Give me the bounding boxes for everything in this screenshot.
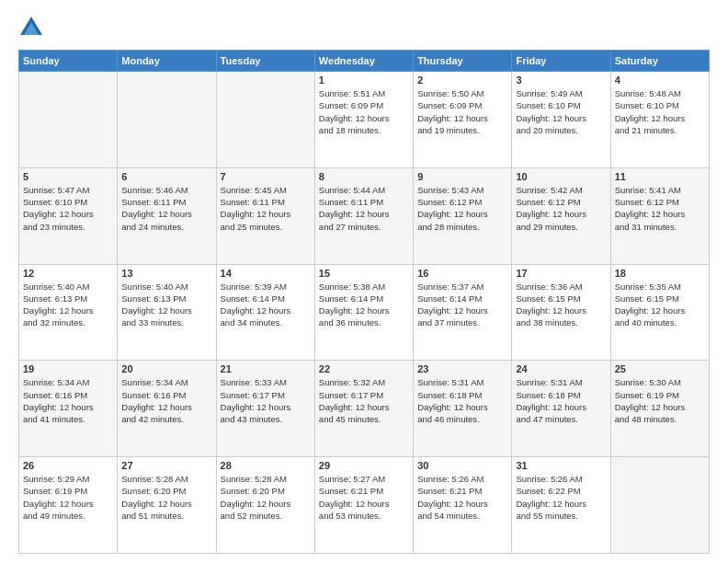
calendar-cell xyxy=(216,72,314,168)
sunset-label: Sunset: 6:10 PM xyxy=(23,197,87,207)
sunset-label: Sunset: 6:15 PM xyxy=(516,293,580,304)
calendar-cell: 24Sunrise: 5:31 AMSunset: 6:18 PMDayligh… xyxy=(512,361,610,457)
day-number: 2 xyxy=(417,75,507,86)
day-info: Sunrise: 5:27 AMSunset: 6:21 PMDaylight:… xyxy=(319,473,409,522)
day-number: 13 xyxy=(121,268,211,279)
sunrise-label: Sunrise: 5:34 AM xyxy=(23,377,89,387)
calendar-cell: 18Sunrise: 5:35 AMSunset: 6:15 PMDayligh… xyxy=(610,264,709,361)
calendar-cell: 7Sunrise: 5:45 AMSunset: 6:11 PMDaylight… xyxy=(216,167,314,264)
day-number: 16 xyxy=(417,268,507,279)
sunset-label: Sunset: 6:10 PM xyxy=(516,100,580,110)
day-number: 29 xyxy=(319,460,409,471)
calendar-week-3: 12Sunrise: 5:40 AMSunset: 6:13 PMDayligh… xyxy=(19,264,710,361)
day-number: 11 xyxy=(615,171,705,182)
daylight-label: Daylight: 12 hoursand 41 minutes. xyxy=(23,402,94,424)
day-number: 9 xyxy=(417,171,507,182)
daylight-label: Daylight: 12 hoursand 55 minutes. xyxy=(516,499,586,521)
calendar-header-friday: Friday xyxy=(512,51,610,72)
sunset-label: Sunset: 6:11 PM xyxy=(319,197,383,207)
sunset-label: Sunset: 6:19 PM xyxy=(23,486,87,496)
sunset-label: Sunset: 6:18 PM xyxy=(417,390,482,400)
calendar-cell: 1Sunrise: 5:51 AMSunset: 6:09 PMDaylight… xyxy=(314,72,413,168)
day-info: Sunrise: 5:36 AMSunset: 6:15 PMDaylight:… xyxy=(516,281,606,329)
daylight-label: Daylight: 12 hoursand 49 minutes. xyxy=(23,499,94,521)
day-info: Sunrise: 5:28 AMSunset: 6:20 PMDaylight:… xyxy=(221,473,311,522)
sunset-label: Sunset: 6:11 PM xyxy=(221,197,285,207)
sunrise-label: Sunrise: 5:40 AM xyxy=(23,282,89,292)
day-number: 25 xyxy=(615,363,705,374)
sunset-label: Sunset: 6:22 PM xyxy=(516,486,580,496)
day-info: Sunrise: 5:40 AMSunset: 6:13 PMDaylight:… xyxy=(23,281,113,329)
calendar-cell: 11Sunrise: 5:41 AMSunset: 6:12 PMDayligh… xyxy=(610,167,709,264)
day-info: Sunrise: 5:35 AMSunset: 6:15 PMDaylight:… xyxy=(615,281,705,329)
sunrise-label: Sunrise: 5:38 AM xyxy=(319,282,385,292)
daylight-label: Daylight: 12 hoursand 48 minutes. xyxy=(615,402,686,424)
calendar-cell xyxy=(118,72,216,168)
daylight-label: Daylight: 12 hoursand 23 minutes. xyxy=(23,209,94,231)
day-info: Sunrise: 5:49 AMSunset: 6:10 PMDaylight:… xyxy=(516,87,606,136)
sunset-label: Sunset: 6:16 PM xyxy=(23,390,87,400)
day-number: 24 xyxy=(516,363,606,374)
calendar-cell: 3Sunrise: 5:49 AMSunset: 6:10 PMDaylight… xyxy=(512,72,610,168)
calendar-cell: 29Sunrise: 5:27 AMSunset: 6:21 PMDayligh… xyxy=(314,457,413,554)
daylight-label: Daylight: 12 hoursand 37 minutes. xyxy=(417,305,488,327)
calendar-cell: 10Sunrise: 5:42 AMSunset: 6:12 PMDayligh… xyxy=(512,167,610,264)
daylight-label: Daylight: 12 hoursand 42 minutes. xyxy=(121,402,192,424)
day-number: 27 xyxy=(121,460,211,471)
calendar-header-monday: Monday xyxy=(118,51,216,72)
daylight-label: Daylight: 12 hoursand 18 minutes. xyxy=(319,113,390,135)
sunset-label: Sunset: 6:12 PM xyxy=(417,197,482,207)
sunrise-label: Sunrise: 5:43 AM xyxy=(417,185,483,195)
day-number: 5 xyxy=(23,171,113,182)
daylight-label: Daylight: 12 hoursand 24 minutes. xyxy=(121,209,192,231)
daylight-label: Daylight: 12 hoursand 28 minutes. xyxy=(417,209,488,231)
day-info: Sunrise: 5:30 AMSunset: 6:19 PMDaylight:… xyxy=(615,376,705,425)
day-number: 3 xyxy=(516,75,606,86)
day-number: 26 xyxy=(23,460,113,471)
sunset-label: Sunset: 6:09 PM xyxy=(417,100,482,110)
calendar-cell: 17Sunrise: 5:36 AMSunset: 6:15 PMDayligh… xyxy=(512,264,610,361)
day-info: Sunrise: 5:46 AMSunset: 6:11 PMDaylight:… xyxy=(121,184,211,233)
daylight-label: Daylight: 12 hoursand 31 minutes. xyxy=(615,209,686,231)
calendar-cell: 20Sunrise: 5:34 AMSunset: 6:16 PMDayligh… xyxy=(118,361,216,457)
daylight-label: Daylight: 12 hoursand 47 minutes. xyxy=(516,402,586,424)
calendar-cell: 14Sunrise: 5:39 AMSunset: 6:14 PMDayligh… xyxy=(216,264,314,361)
sunrise-label: Sunrise: 5:33 AM xyxy=(221,377,287,387)
sunrise-label: Sunrise: 5:31 AM xyxy=(516,377,582,387)
sunset-label: Sunset: 6:10 PM xyxy=(615,100,679,110)
day-info: Sunrise: 5:42 AMSunset: 6:12 PMDaylight:… xyxy=(516,184,606,233)
sunrise-label: Sunrise: 5:36 AM xyxy=(516,282,582,292)
calendar-week-4: 19Sunrise: 5:34 AMSunset: 6:16 PMDayligh… xyxy=(19,361,710,457)
calendar-cell: 13Sunrise: 5:40 AMSunset: 6:13 PMDayligh… xyxy=(118,264,216,361)
sunrise-label: Sunrise: 5:32 AM xyxy=(319,377,385,387)
sunrise-label: Sunrise: 5:51 AM xyxy=(319,88,385,98)
sunset-label: Sunset: 6:12 PM xyxy=(615,197,679,207)
calendar-cell: 2Sunrise: 5:50 AMSunset: 6:09 PMDaylight… xyxy=(414,72,512,168)
day-info: Sunrise: 5:39 AMSunset: 6:14 PMDaylight:… xyxy=(221,281,311,329)
page: SundayMondayTuesdayWednesdayThursdayFrid… xyxy=(0,0,728,563)
sunrise-label: Sunrise: 5:47 AM xyxy=(23,185,89,195)
day-number: 18 xyxy=(615,268,705,279)
calendar-week-5: 26Sunrise: 5:29 AMSunset: 6:19 PMDayligh… xyxy=(19,457,710,554)
calendar-header-wednesday: Wednesday xyxy=(314,51,413,72)
calendar-cell: 21Sunrise: 5:33 AMSunset: 6:17 PMDayligh… xyxy=(216,361,314,457)
daylight-label: Daylight: 12 hoursand 36 minutes. xyxy=(319,305,390,327)
calendar-header-row: SundayMondayTuesdayWednesdayThursdayFrid… xyxy=(19,51,710,72)
calendar-cell: 25Sunrise: 5:30 AMSunset: 6:19 PMDayligh… xyxy=(610,361,709,457)
day-info: Sunrise: 5:33 AMSunset: 6:17 PMDaylight:… xyxy=(221,376,311,425)
day-info: Sunrise: 5:45 AMSunset: 6:11 PMDaylight:… xyxy=(221,184,311,233)
calendar-week-2: 5Sunrise: 5:47 AMSunset: 6:10 PMDaylight… xyxy=(19,167,710,264)
sunrise-label: Sunrise: 5:26 AM xyxy=(417,474,483,484)
day-info: Sunrise: 5:26 AMSunset: 6:21 PMDaylight:… xyxy=(417,473,507,522)
daylight-label: Daylight: 12 hoursand 46 minutes. xyxy=(417,402,488,424)
calendar-cell: 5Sunrise: 5:47 AMSunset: 6:10 PMDaylight… xyxy=(19,167,118,264)
day-info: Sunrise: 5:41 AMSunset: 6:12 PMDaylight:… xyxy=(615,184,705,233)
header xyxy=(18,15,710,40)
day-info: Sunrise: 5:38 AMSunset: 6:14 PMDaylight:… xyxy=(319,281,409,329)
day-number: 30 xyxy=(417,460,507,471)
day-number: 12 xyxy=(23,268,113,279)
sunrise-label: Sunrise: 5:41 AM xyxy=(615,185,681,195)
day-number: 10 xyxy=(516,171,606,182)
daylight-label: Daylight: 12 hoursand 34 minutes. xyxy=(221,305,291,327)
sunset-label: Sunset: 6:09 PM xyxy=(319,100,383,110)
